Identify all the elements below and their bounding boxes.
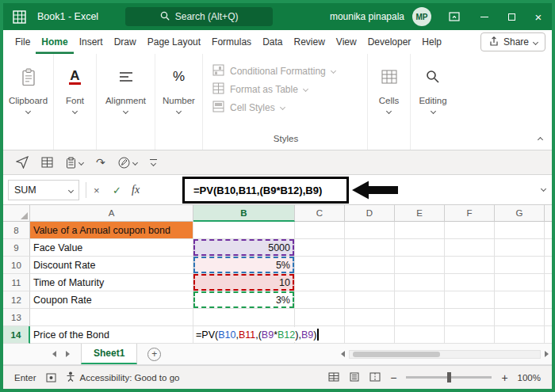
group-clipboard[interactable]: Clipboard [3,54,54,150]
tab-data[interactable]: Data [257,30,288,54]
minimize-button[interactable] [471,3,498,30]
cell-E9[interactable] [395,239,445,257]
avatar[interactable]: MP [412,7,431,26]
row-header-14[interactable]: 14 [3,326,30,344]
col-header-G[interactable]: G [495,205,545,222]
select-all-corner[interactable] [3,205,30,222]
scroll-left-icon[interactable] [341,351,345,357]
row-header-10[interactable]: 10 [3,257,30,274]
tab-formulas[interactable]: Formulas [206,30,257,54]
tab-help[interactable]: Help [416,30,447,54]
cell-G9[interactable] [495,239,545,257]
zoom-level[interactable]: 100% [518,373,541,382]
scrollbar-track[interactable] [349,350,541,359]
cell-E11[interactable] [395,274,445,291]
tab-page-layout[interactable]: Page Layout [142,30,206,54]
row-header-8[interactable]: 8 [3,222,30,239]
accessibility-status[interactable]: Accessibility: Good to go [66,371,180,383]
cell-A11[interactable]: Time of Maturity [30,274,193,291]
scroll-right-icon[interactable] [545,351,549,357]
cell-F13[interactable] [445,309,495,326]
page-layout-view-icon[interactable] [349,372,360,383]
previous-sheet-icon[interactable] [52,351,56,357]
cell-E10[interactable] [395,257,445,274]
zoom-slider[interactable] [406,376,492,379]
row-header-13[interactable]: 13 [3,309,30,326]
close-button[interactable]: × [525,3,552,30]
normal-view-icon[interactable] [328,372,339,383]
tab-draw[interactable]: Draw [109,30,142,54]
cell-A9[interactable]: Face Value [30,239,193,257]
col-header-E[interactable]: E [395,205,445,222]
zoom-in-icon[interactable]: + [501,372,507,383]
share-button[interactable]: Share [480,32,545,51]
cell-D9[interactable] [345,239,395,257]
format-as-table-button[interactable]: Format as Table [212,80,359,98]
tab-file[interactable]: File [10,30,36,54]
cell-F9[interactable] [445,239,495,257]
cell-C12[interactable] [295,291,345,309]
macro-record-icon[interactable] [46,373,56,382]
cell-G11[interactable] [495,274,545,291]
send-button[interactable] [16,156,29,169]
col-header-A[interactable]: A [30,205,193,222]
tab-insert[interactable]: Insert [74,30,109,54]
group-number[interactable]: % Number [155,54,203,150]
cell-A14[interactable]: Price of the Bond [30,326,193,344]
cell-F10[interactable] [445,257,495,274]
tab-review[interactable]: Review [288,30,330,54]
cell-styles-button[interactable]: Cell Styles [212,98,359,116]
draw-pen-button[interactable] [118,157,137,169]
cell-C9[interactable] [295,239,345,257]
cell-D10[interactable] [345,257,395,274]
enter-formula-button[interactable]: ✓ [113,175,121,205]
cell-A8[interactable]: Value of a Annual coupon bond [30,222,193,239]
maximize-button[interactable] [498,3,525,30]
cell-D8[interactable] [345,222,395,239]
cell-B12[interactable]: 3% [193,291,295,309]
quick-toolbar-overflow-button[interactable] [150,159,157,166]
row-header-9[interactable]: 9 [3,239,30,257]
cell-G10[interactable] [495,257,545,274]
cell-C8[interactable] [295,222,345,239]
cell-E14[interactable] [395,326,445,344]
expand-formula-bar-icon[interactable] [541,186,546,192]
cell-D13[interactable] [345,309,395,326]
insert-function-button[interactable]: fx [132,175,140,205]
row-header-12[interactable]: 12 [3,291,30,309]
name-box[interactable]: SUM [8,180,79,200]
cell-G12[interactable] [495,291,545,309]
cell-G8[interactable] [495,222,545,239]
cell-D14[interactable] [345,326,395,344]
cell-C13[interactable] [295,309,345,326]
sheet-tab-sheet1[interactable]: Sheet1 [81,344,137,364]
table-tool-button[interactable] [41,157,53,168]
group-editing[interactable]: Editing [411,54,455,150]
col-header-C[interactable]: C [295,205,345,222]
cell-B9[interactable]: 5000 [193,239,295,257]
zoom-out-icon[interactable]: − [390,372,396,383]
conditional-formatting-button[interactable]: Conditional Formatting [212,62,359,80]
group-alignment[interactable]: Alignment [97,54,155,150]
cell-B8[interactable] [193,222,295,239]
cell-G14[interactable] [495,326,545,344]
group-font[interactable]: A Font [54,54,97,150]
cell-B11[interactable]: 10 [193,274,295,291]
col-header-F[interactable]: F [445,205,495,222]
tab-developer[interactable]: Developer [362,30,417,54]
cell-F14[interactable] [445,326,495,344]
cell-B13[interactable] [193,309,295,326]
cell-G13[interactable] [495,309,545,326]
tab-view[interactable]: View [331,30,362,54]
zoom-slider-thumb[interactable] [447,372,451,382]
cell-E13[interactable] [395,309,445,326]
cell-A12[interactable]: Coupon Rate [30,291,193,309]
cell-D12[interactable] [345,291,395,309]
col-header-D[interactable]: D [345,205,395,222]
tab-home[interactable]: Home [36,30,73,54]
cell-E12[interactable] [395,291,445,309]
formula-bar-input[interactable]: =PV(B10,B11,(B9*B12),B9) [193,175,322,205]
ribbon-display-options-icon[interactable] [442,12,466,21]
cell-D11[interactable] [345,274,395,291]
cell-F12[interactable] [445,291,495,309]
